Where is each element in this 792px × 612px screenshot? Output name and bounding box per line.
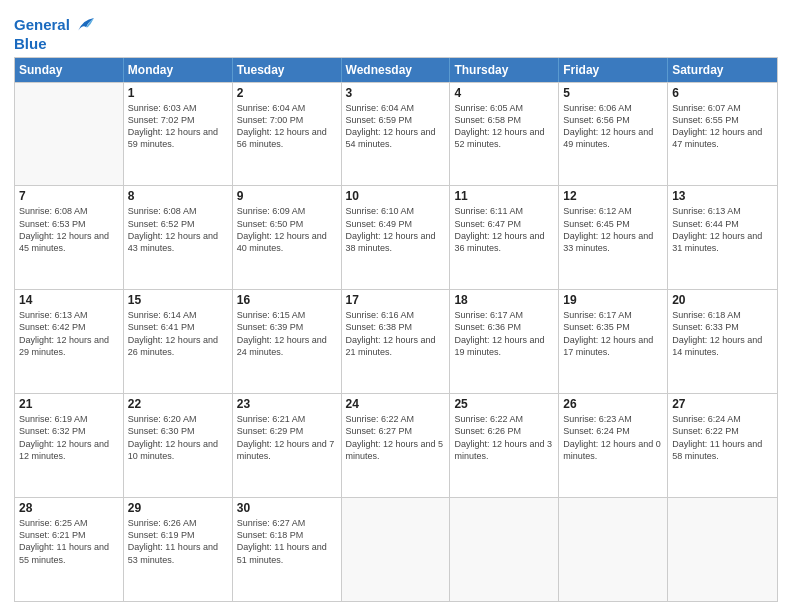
calendar-cell: 22Sunrise: 6:20 AM Sunset: 6:30 PM Dayli… xyxy=(124,394,233,497)
calendar-cell: 16Sunrise: 6:15 AM Sunset: 6:39 PM Dayli… xyxy=(233,290,342,393)
cell-info: Sunrise: 6:17 AM Sunset: 6:35 PM Dayligh… xyxy=(563,309,663,358)
day-number: 4 xyxy=(454,86,554,100)
calendar-cell: 29Sunrise: 6:26 AM Sunset: 6:19 PM Dayli… xyxy=(124,498,233,601)
logo: General Blue xyxy=(14,14,94,53)
cell-info: Sunrise: 6:22 AM Sunset: 6:26 PM Dayligh… xyxy=(454,413,554,462)
day-number: 29 xyxy=(128,501,228,515)
day-number: 5 xyxy=(563,86,663,100)
cell-info: Sunrise: 6:04 AM Sunset: 7:00 PM Dayligh… xyxy=(237,102,337,151)
header: General Blue xyxy=(14,10,778,53)
header-day-monday: Monday xyxy=(124,58,233,82)
cell-info: Sunrise: 6:12 AM Sunset: 6:45 PM Dayligh… xyxy=(563,205,663,254)
calendar-cell: 14Sunrise: 6:13 AM Sunset: 6:42 PM Dayli… xyxy=(15,290,124,393)
cell-info: Sunrise: 6:20 AM Sunset: 6:30 PM Dayligh… xyxy=(128,413,228,462)
calendar-cell: 3Sunrise: 6:04 AM Sunset: 6:59 PM Daylig… xyxy=(342,83,451,186)
day-number: 18 xyxy=(454,293,554,307)
day-number: 16 xyxy=(237,293,337,307)
cell-info: Sunrise: 6:23 AM Sunset: 6:24 PM Dayligh… xyxy=(563,413,663,462)
cell-info: Sunrise: 6:10 AM Sunset: 6:49 PM Dayligh… xyxy=(346,205,446,254)
cell-info: Sunrise: 6:06 AM Sunset: 6:56 PM Dayligh… xyxy=(563,102,663,151)
day-number: 20 xyxy=(672,293,773,307)
cell-info: Sunrise: 6:22 AM Sunset: 6:27 PM Dayligh… xyxy=(346,413,446,462)
cell-info: Sunrise: 6:08 AM Sunset: 6:53 PM Dayligh… xyxy=(19,205,119,254)
day-number: 25 xyxy=(454,397,554,411)
cell-info: Sunrise: 6:18 AM Sunset: 6:33 PM Dayligh… xyxy=(672,309,773,358)
calendar-row-0: 1Sunrise: 6:03 AM Sunset: 7:02 PM Daylig… xyxy=(15,82,777,186)
cell-info: Sunrise: 6:14 AM Sunset: 6:41 PM Dayligh… xyxy=(128,309,228,358)
cell-info: Sunrise: 6:16 AM Sunset: 6:38 PM Dayligh… xyxy=(346,309,446,358)
calendar-cell: 4Sunrise: 6:05 AM Sunset: 6:58 PM Daylig… xyxy=(450,83,559,186)
logo-bird-icon xyxy=(72,14,94,36)
calendar-row-1: 7Sunrise: 6:08 AM Sunset: 6:53 PM Daylig… xyxy=(15,185,777,289)
page: General Blue SundayMondayTuesdayWednesda… xyxy=(0,0,792,612)
calendar-cell: 11Sunrise: 6:11 AM Sunset: 6:47 PM Dayli… xyxy=(450,186,559,289)
calendar-cell: 23Sunrise: 6:21 AM Sunset: 6:29 PM Dayli… xyxy=(233,394,342,497)
cell-info: Sunrise: 6:27 AM Sunset: 6:18 PM Dayligh… xyxy=(237,517,337,566)
day-number: 22 xyxy=(128,397,228,411)
calendar-cell: 10Sunrise: 6:10 AM Sunset: 6:49 PM Dayli… xyxy=(342,186,451,289)
header-day-thursday: Thursday xyxy=(450,58,559,82)
day-number: 7 xyxy=(19,189,119,203)
calendar-row-3: 21Sunrise: 6:19 AM Sunset: 6:32 PM Dayli… xyxy=(15,393,777,497)
calendar-cell: 9Sunrise: 6:09 AM Sunset: 6:50 PM Daylig… xyxy=(233,186,342,289)
calendar: SundayMondayTuesdayWednesdayThursdayFrid… xyxy=(14,57,778,603)
day-number: 30 xyxy=(237,501,337,515)
calendar-cell: 13Sunrise: 6:13 AM Sunset: 6:44 PM Dayli… xyxy=(668,186,777,289)
cell-info: Sunrise: 6:13 AM Sunset: 6:42 PM Dayligh… xyxy=(19,309,119,358)
day-number: 15 xyxy=(128,293,228,307)
calendar-cell: 24Sunrise: 6:22 AM Sunset: 6:27 PM Dayli… xyxy=(342,394,451,497)
calendar-cell: 26Sunrise: 6:23 AM Sunset: 6:24 PM Dayli… xyxy=(559,394,668,497)
calendar-cell: 27Sunrise: 6:24 AM Sunset: 6:22 PM Dayli… xyxy=(668,394,777,497)
cell-info: Sunrise: 6:11 AM Sunset: 6:47 PM Dayligh… xyxy=(454,205,554,254)
calendar-row-4: 28Sunrise: 6:25 AM Sunset: 6:21 PM Dayli… xyxy=(15,497,777,601)
calendar-header: SundayMondayTuesdayWednesdayThursdayFrid… xyxy=(15,58,777,82)
cell-info: Sunrise: 6:13 AM Sunset: 6:44 PM Dayligh… xyxy=(672,205,773,254)
day-number: 14 xyxy=(19,293,119,307)
cell-info: Sunrise: 6:03 AM Sunset: 7:02 PM Dayligh… xyxy=(128,102,228,151)
cell-info: Sunrise: 6:05 AM Sunset: 6:58 PM Dayligh… xyxy=(454,102,554,151)
calendar-cell: 30Sunrise: 6:27 AM Sunset: 6:18 PM Dayli… xyxy=(233,498,342,601)
calendar-cell: 15Sunrise: 6:14 AM Sunset: 6:41 PM Dayli… xyxy=(124,290,233,393)
cell-info: Sunrise: 6:09 AM Sunset: 6:50 PM Dayligh… xyxy=(237,205,337,254)
cell-info: Sunrise: 6:04 AM Sunset: 6:59 PM Dayligh… xyxy=(346,102,446,151)
cell-info: Sunrise: 6:26 AM Sunset: 6:19 PM Dayligh… xyxy=(128,517,228,566)
header-day-tuesday: Tuesday xyxy=(233,58,342,82)
day-number: 23 xyxy=(237,397,337,411)
day-number: 3 xyxy=(346,86,446,100)
cell-info: Sunrise: 6:08 AM Sunset: 6:52 PM Dayligh… xyxy=(128,205,228,254)
calendar-cell: 12Sunrise: 6:12 AM Sunset: 6:45 PM Dayli… xyxy=(559,186,668,289)
calendar-cell: 1Sunrise: 6:03 AM Sunset: 7:02 PM Daylig… xyxy=(124,83,233,186)
day-number: 8 xyxy=(128,189,228,203)
calendar-cell: 6Sunrise: 6:07 AM Sunset: 6:55 PM Daylig… xyxy=(668,83,777,186)
day-number: 28 xyxy=(19,501,119,515)
calendar-cell: 19Sunrise: 6:17 AM Sunset: 6:35 PM Dayli… xyxy=(559,290,668,393)
calendar-cell xyxy=(450,498,559,601)
header-day-friday: Friday xyxy=(559,58,668,82)
calendar-cell xyxy=(342,498,451,601)
calendar-cell xyxy=(559,498,668,601)
calendar-cell: 20Sunrise: 6:18 AM Sunset: 6:33 PM Dayli… xyxy=(668,290,777,393)
cell-info: Sunrise: 6:21 AM Sunset: 6:29 PM Dayligh… xyxy=(237,413,337,462)
day-number: 26 xyxy=(563,397,663,411)
day-number: 19 xyxy=(563,293,663,307)
cell-info: Sunrise: 6:25 AM Sunset: 6:21 PM Dayligh… xyxy=(19,517,119,566)
calendar-cell: 25Sunrise: 6:22 AM Sunset: 6:26 PM Dayli… xyxy=(450,394,559,497)
cell-info: Sunrise: 6:17 AM Sunset: 6:36 PM Dayligh… xyxy=(454,309,554,358)
calendar-cell: 28Sunrise: 6:25 AM Sunset: 6:21 PM Dayli… xyxy=(15,498,124,601)
calendar-cell: 18Sunrise: 6:17 AM Sunset: 6:36 PM Dayli… xyxy=(450,290,559,393)
calendar-cell: 17Sunrise: 6:16 AM Sunset: 6:38 PM Dayli… xyxy=(342,290,451,393)
day-number: 13 xyxy=(672,189,773,203)
day-number: 11 xyxy=(454,189,554,203)
day-number: 9 xyxy=(237,189,337,203)
cell-info: Sunrise: 6:19 AM Sunset: 6:32 PM Dayligh… xyxy=(19,413,119,462)
logo-text-line2: Blue xyxy=(14,36,94,53)
header-day-sunday: Sunday xyxy=(15,58,124,82)
day-number: 27 xyxy=(672,397,773,411)
day-number: 21 xyxy=(19,397,119,411)
day-number: 10 xyxy=(346,189,446,203)
calendar-cell xyxy=(668,498,777,601)
calendar-cell: 5Sunrise: 6:06 AM Sunset: 6:56 PM Daylig… xyxy=(559,83,668,186)
header-day-wednesday: Wednesday xyxy=(342,58,451,82)
header-day-saturday: Saturday xyxy=(668,58,777,82)
cell-info: Sunrise: 6:24 AM Sunset: 6:22 PM Dayligh… xyxy=(672,413,773,462)
